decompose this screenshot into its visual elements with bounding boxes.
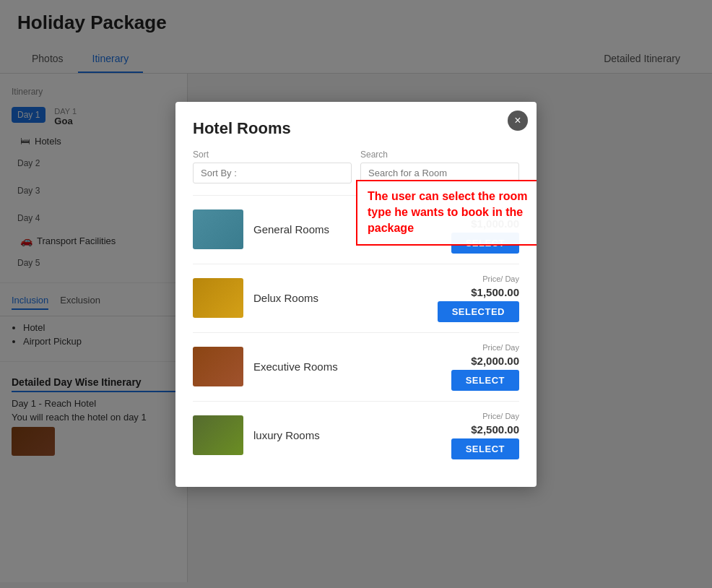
room-img-delux <box>193 278 243 318</box>
room-item-luxury: luxury Rooms Price/ Day $2,500.00 SELECT <box>193 401 519 470</box>
room-img-executive <box>193 347 243 386</box>
price-value-executive: $2,000.00 <box>471 355 519 367</box>
modal-overlay: × Hotel Rooms Sort Search The user can s… <box>0 0 712 588</box>
price-value-luxury: $2,500.00 <box>471 423 519 436</box>
search-label: Search <box>360 150 519 160</box>
room-item-delux: Delux Rooms Price/ Day $1,500.00 SELECTE… <box>193 264 519 332</box>
modal-controls: Sort Search <box>193 150 519 183</box>
select-btn-delux[interactable]: SELECTED <box>438 301 519 322</box>
room-img-luxury <box>193 415 243 455</box>
price-label-delux: Price/ Day <box>482 274 519 283</box>
price-value-delux: $1,500.00 <box>471 286 519 298</box>
annotation-box: The user can select the room type he wan… <box>356 180 537 246</box>
modal-close-button[interactable]: × <box>508 111 528 131</box>
price-label-luxury: Price/ Day <box>482 412 519 420</box>
room-name-executive: Executive Rooms <box>253 360 441 373</box>
sort-input[interactable] <box>193 163 352 183</box>
sort-label: Sort <box>193 150 352 160</box>
room-price-delux: Price/ Day $1,500.00 SELECTED <box>438 274 519 322</box>
room-name-luxury: luxury Rooms <box>253 429 441 441</box>
room-price-executive: Price/ Day $2,000.00 SELECT <box>451 343 519 391</box>
search-section: Search <box>360 150 519 183</box>
room-name-delux: Delux Rooms <box>253 292 427 304</box>
room-item-executive: Executive Rooms Price/ Day $2,000.00 SEL… <box>193 332 519 401</box>
room-img-general <box>193 209 243 249</box>
price-label-executive: Price/ Day <box>482 343 519 352</box>
modal-title: Hotel Rooms <box>193 119 519 138</box>
hotel-rooms-modal: × Hotel Rooms Sort Search The user can s… <box>175 102 537 487</box>
select-btn-executive[interactable]: SELECT <box>451 370 519 391</box>
room-price-luxury: Price/ Day $2,500.00 SELECT <box>451 412 519 459</box>
select-btn-luxury[interactable]: SELECT <box>451 438 519 459</box>
sort-section: Sort <box>193 150 352 183</box>
